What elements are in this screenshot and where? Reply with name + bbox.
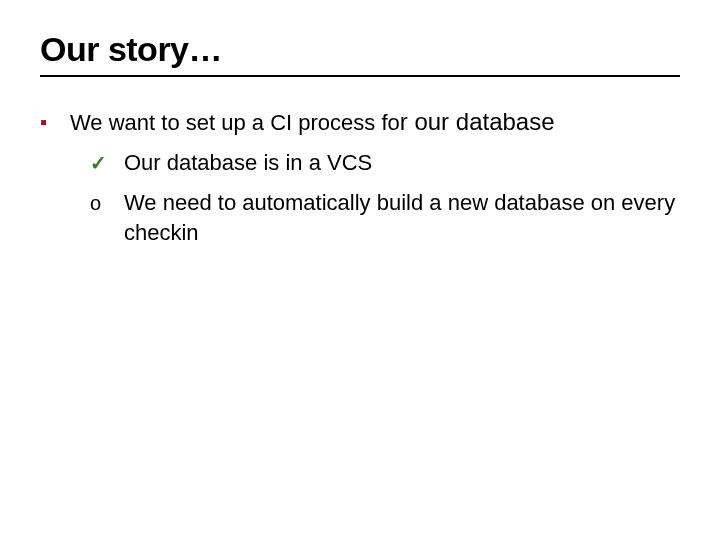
list-item: ✓ Our database is in a VCS bbox=[90, 148, 680, 178]
check-icon: ✓ bbox=[90, 148, 124, 178]
slide-title: Our story… bbox=[40, 30, 680, 69]
main-bullet-lead: We want to set up a CI process fo bbox=[70, 110, 400, 135]
main-bullet-trail: r our database bbox=[400, 108, 555, 135]
sub-bullet-text: Our database is in a VCS bbox=[124, 148, 680, 178]
circle-bullet-icon: o bbox=[90, 188, 124, 218]
sub-bullet-list: ✓ Our database is in a VCS o We need to … bbox=[90, 148, 680, 248]
main-bullet: ▪ We want to set up a CI process for our… bbox=[40, 107, 680, 138]
slide: Our story… ▪ We want to set up a CI proc… bbox=[0, 0, 720, 540]
square-bullet-icon: ▪ bbox=[40, 107, 70, 137]
title-rule bbox=[40, 75, 680, 77]
list-item: o We need to automatically build a new d… bbox=[90, 188, 680, 248]
sub-bullet-text: We need to automatically build a new dat… bbox=[124, 188, 680, 248]
main-bullet-text: We want to set up a CI process for our d… bbox=[70, 107, 680, 138]
